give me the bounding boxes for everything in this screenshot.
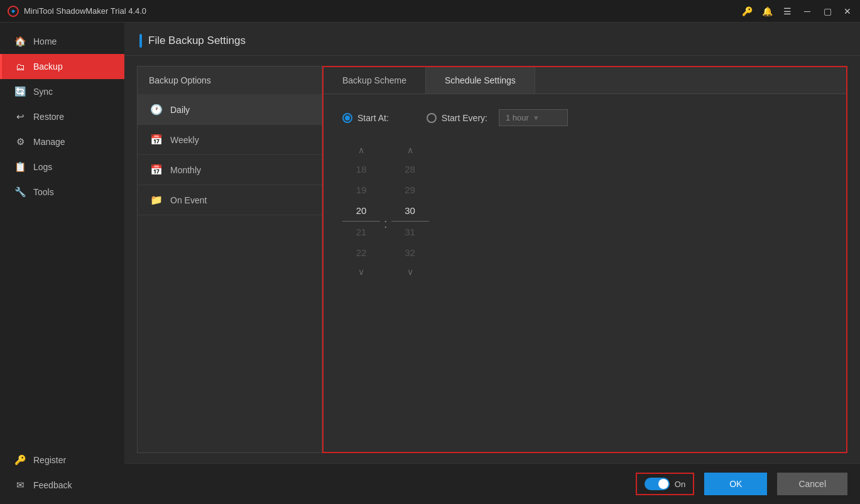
sidebar-item-register-label: Register: [33, 455, 66, 465]
time-picker: ∧ 18 19 20 21 22 ∨ :: [342, 141, 827, 281]
sidebar-item-feedback[interactable]: ✉ Feedback: [0, 473, 124, 498]
backup-icon: 🗂: [14, 61, 26, 72]
schedule-item-daily[interactable]: 🕐 Daily: [138, 95, 322, 125]
bell-icon[interactable]: 🔔: [762, 6, 772, 16]
tools-icon: 🔧: [14, 186, 26, 198]
schedule-item-daily-label: Daily: [170, 105, 190, 115]
minutes-up-arrow[interactable]: ∧: [400, 141, 421, 159]
toggle-container: On: [636, 473, 694, 495]
minute-30-current: 30: [391, 200, 429, 222]
title-bar-controls: 🔑 🔔 ☰ ─ ▢ ✕: [742, 6, 852, 16]
sidebar-item-backup[interactable]: 🗂 Backup: [0, 54, 124, 79]
sidebar-item-manage[interactable]: ⚙ Manage: [0, 129, 124, 154]
sidebar-item-logs[interactable]: 📋 Logs: [0, 154, 124, 180]
radio-inner: [345, 115, 350, 121]
key-icon[interactable]: 🔑: [742, 6, 752, 16]
schedule-item-monthly-label: Monthly: [170, 165, 201, 175]
sidebar-item-restore[interactable]: ↩ Restore: [0, 104, 124, 129]
sidebar-item-register[interactable]: 🔑 Register: [0, 448, 124, 473]
sidebar-item-sync-label: Sync: [33, 87, 53, 97]
time-separator: :: [380, 217, 391, 231]
sidebar-item-home-label: Home: [33, 36, 57, 46]
schedule-item-weekly[interactable]: 📅 Weekly: [138, 125, 322, 155]
home-icon: 🏠: [14, 36, 26, 47]
hour-21: 21: [342, 222, 380, 242]
start-every-dropdown[interactable]: 1 hour ▾: [499, 109, 568, 126]
options-row: Start At: Start Every: 1 hour ▾: [342, 109, 827, 126]
hour-18: 18: [342, 159, 380, 180]
start-at-label: Start At:: [357, 113, 389, 123]
calendar-weekly-icon: 📅: [150, 134, 163, 146]
minute-28: 28: [391, 159, 429, 180]
settings-container: Backup Options 🕐 Daily 📅 Weekly 📅 Monthl…: [124, 56, 860, 463]
app-body: 🏠 Home 🗂 Backup 🔄 Sync ↩ Restore ⚙ Manag…: [0, 23, 860, 504]
bottom-bar: On OK Cancel: [124, 463, 860, 504]
hours-up-arrow[interactable]: ∧: [351, 141, 372, 159]
right-panel: Backup Scheme Schedule Settings: [322, 66, 847, 453]
register-icon: 🔑: [14, 454, 26, 466]
schedule-content: Start At: Start Every: 1 hour ▾: [324, 94, 846, 452]
sidebar: 🏠 Home 🗂 Backup 🔄 Sync ↩ Restore ⚙ Manag…: [0, 23, 124, 504]
sidebar-item-tools[interactable]: 🔧 Tools: [0, 180, 124, 205]
minute-29: 29: [391, 180, 429, 200]
hour-22: 22: [342, 242, 380, 263]
minutes-column: ∧ 28 29 30 31 32 ∨: [391, 141, 429, 281]
logs-icon: 📋: [14, 161, 26, 173]
page-header: File Backup Settings: [124, 23, 860, 56]
title-bar-left: MiniTool ShadowMaker Trial 4.4.0: [8, 6, 146, 17]
manage-icon: ⚙: [14, 136, 26, 147]
hours-column: ∧ 18 19 20 21 22 ∨: [342, 141, 380, 281]
cancel-button[interactable]: Cancel: [777, 473, 847, 495]
minute-32: 32: [391, 242, 429, 263]
left-panel: Backup Options 🕐 Daily 📅 Weekly 📅 Monthl…: [137, 66, 322, 453]
clock-icon: 🕐: [150, 104, 163, 115]
start-every-label: Start Every:: [442, 113, 487, 123]
tab-schedule-settings[interactable]: Schedule Settings: [426, 67, 535, 94]
schedule-item-monthly[interactable]: 📅 Monthly: [138, 155, 322, 185]
start-every-value: 1 hour: [506, 113, 529, 122]
menu-icon[interactable]: ☰: [782, 6, 792, 16]
sidebar-item-restore-label: Restore: [33, 112, 64, 122]
sidebar-item-backup-label: Backup: [33, 62, 63, 72]
minute-31: 31: [391, 222, 429, 242]
sidebar-bottom: 🔑 Register ✉ Feedback: [0, 448, 124, 504]
tab-backup-scheme[interactable]: Backup Scheme: [324, 67, 426, 94]
content-area: File Backup Settings Backup Options 🕐 Da…: [124, 23, 860, 504]
hours-down-arrow[interactable]: ∨: [351, 263, 372, 281]
schedule-item-weekly-label: Weekly: [170, 135, 199, 145]
folder-event-icon: 📁: [150, 194, 163, 206]
toggle-label: On: [675, 480, 685, 489]
start-every-option[interactable]: Start Every: 1 hour ▾: [427, 109, 568, 126]
calendar-monthly-icon: 📅: [150, 164, 163, 176]
hour-20-current: 20: [342, 200, 380, 222]
tab-bar: Backup Scheme Schedule Settings: [324, 67, 846, 94]
app-logo-icon: [8, 6, 19, 17]
minutes-down-arrow[interactable]: ∨: [400, 263, 421, 281]
maximize-icon[interactable]: ▢: [822, 6, 832, 16]
sidebar-item-tools-label: Tools: [33, 187, 54, 197]
ok-button[interactable]: OK: [704, 473, 767, 495]
sync-icon: 🔄: [14, 86, 26, 97]
header-accent-bar: [139, 34, 142, 48]
start-at-option[interactable]: Start At:: [342, 113, 389, 123]
hour-19: 19: [342, 180, 380, 200]
schedule-item-on-event-label: On Event: [170, 195, 207, 205]
start-every-radio[interactable]: [427, 113, 437, 123]
backup-options-header: Backup Options: [138, 67, 322, 95]
sidebar-item-manage-label: Manage: [33, 137, 65, 147]
minimize-icon[interactable]: ─: [802, 6, 812, 16]
close-icon[interactable]: ✕: [842, 6, 852, 16]
schedule-item-on-event[interactable]: 📁 On Event: [138, 185, 322, 215]
feedback-icon: ✉: [14, 480, 26, 491]
sidebar-item-logs-label: Logs: [33, 162, 52, 172]
start-at-radio[interactable]: [342, 113, 352, 123]
restore-icon: ↩: [14, 111, 26, 122]
sidebar-item-sync[interactable]: 🔄 Sync: [0, 79, 124, 104]
toggle-knob: [658, 479, 668, 489]
title-bar: MiniTool ShadowMaker Trial 4.4.0 🔑 🔔 ☰ ─…: [0, 0, 860, 23]
page-title: File Backup Settings: [148, 35, 246, 47]
sidebar-item-feedback-label: Feedback: [33, 480, 72, 490]
sidebar-item-home[interactable]: 🏠 Home: [0, 29, 124, 54]
app-title: MiniTool ShadowMaker Trial 4.4.0: [24, 6, 146, 16]
schedule-toggle[interactable]: [645, 478, 670, 490]
